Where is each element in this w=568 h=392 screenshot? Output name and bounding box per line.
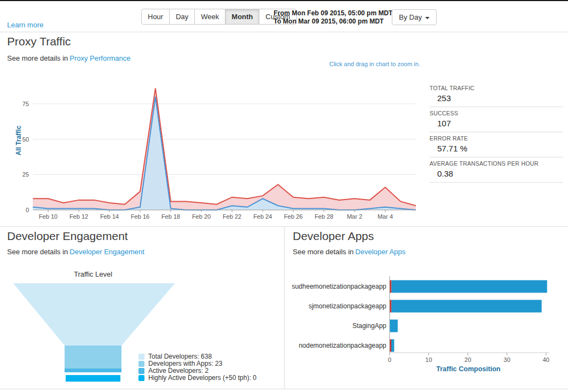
proxy-traffic-chart[interactable]: 0255075Feb 10Feb 12Feb 14Feb 16Feb 18Feb… bbox=[11, 73, 422, 222]
proxy-subtitle: See more details inProxy Performance bbox=[7, 54, 131, 62]
legend-swatch-icon bbox=[138, 375, 144, 381]
svg-text:40: 40 bbox=[543, 356, 549, 363]
svg-text:Feb 22: Feb 22 bbox=[223, 213, 241, 220]
stat-label: ERROR RATE bbox=[430, 135, 563, 142]
svg-text:Mar 2: Mar 2 bbox=[347, 213, 362, 220]
date-range: From Mon Feb 09 2015, 05:00 pm MDT To Mo… bbox=[274, 9, 392, 26]
by-day-dropdown[interactable]: By Day bbox=[392, 9, 437, 25]
svg-text:Feb 28: Feb 28 bbox=[315, 213, 333, 220]
date-from: From Mon Feb 09 2015, 05:00 pm MDT bbox=[274, 9, 392, 17]
range-hour-button[interactable]: Hour bbox=[141, 9, 170, 25]
range-week-button[interactable]: Week bbox=[194, 9, 225, 25]
stat-avg-tph: AVERAGE TRANSACTIONS PER HOUR 0.38 bbox=[430, 157, 563, 183]
by-day-label: By Day bbox=[399, 13, 422, 21]
legend-item: Highly Active Developers (+50 tph): 0 bbox=[138, 375, 257, 382]
stat-value: 253 bbox=[437, 93, 563, 103]
caret-down-icon bbox=[425, 17, 430, 19]
engagement-subtitle: See more details inDeveloper Engagement bbox=[7, 248, 144, 256]
range-day-button[interactable]: Day bbox=[169, 9, 195, 25]
stat-label: AVERAGE TRANSACTIONS PER HOUR bbox=[430, 160, 563, 167]
svg-text:Feb 20: Feb 20 bbox=[192, 213, 211, 220]
svg-text:20: 20 bbox=[465, 356, 471, 363]
developer-engagement-title: Developer Engagement bbox=[7, 230, 128, 243]
date-to: To Mon Mar 09 2015, 06:00 pm MDT bbox=[274, 17, 392, 26]
svg-text:0: 0 bbox=[26, 207, 29, 213]
svg-text:Mar 4: Mar 4 bbox=[378, 213, 393, 220]
stat-value: 0.38 bbox=[437, 169, 563, 178]
legend-swatch-icon bbox=[138, 354, 144, 360]
svg-text:Feb 18: Feb 18 bbox=[161, 213, 180, 220]
svg-text:Feb 26: Feb 26 bbox=[284, 213, 303, 220]
svg-text:Feb 14: Feb 14 bbox=[100, 213, 119, 220]
svg-text:0: 0 bbox=[388, 356, 391, 363]
svg-text:Feb 24: Feb 24 bbox=[253, 213, 272, 220]
svg-text:30: 30 bbox=[503, 356, 510, 363]
bottom-divider bbox=[0, 389, 568, 389]
learn-more-link[interactable]: Learn more bbox=[7, 21, 43, 29]
analytics-dashboard: Learn more Hour Day Week Month Custom Fr… bbox=[0, 0, 568, 392]
proxy-subtitle-text: See more details in bbox=[7, 54, 68, 62]
stat-label: TOTAL TRAFFIC bbox=[430, 85, 563, 91]
developer-apps-link[interactable]: Developer Apps bbox=[355, 248, 405, 256]
legend-label: Highly Active Developers (+50 tph): 0 bbox=[148, 375, 257, 382]
funnel-chart-title: Traffic Level bbox=[33, 270, 153, 278]
developer-engagement-link[interactable]: Developer Engagement bbox=[69, 248, 144, 256]
legend-swatch-icon bbox=[138, 361, 144, 367]
stat-value: 107 bbox=[437, 119, 563, 128]
svg-text:10: 10 bbox=[425, 356, 432, 363]
stat-total-traffic: TOTAL TRAFFIC 253 bbox=[430, 82, 563, 107]
svg-text:Traffic Composition: Traffic Composition bbox=[436, 365, 500, 373]
svg-text:75: 75 bbox=[22, 101, 29, 107]
developer-apps-title: Developer Apps bbox=[293, 230, 374, 243]
legend-swatch-icon bbox=[138, 368, 144, 374]
svg-text:nodemonetizationpackageapp: nodemonetizationpackageapp bbox=[299, 342, 386, 349]
apps-subtitle-text: See more details in bbox=[293, 248, 353, 256]
svg-text:Feb 16: Feb 16 bbox=[131, 213, 149, 220]
svg-text:sudheemonetizationpackageapp: sudheemonetizationpackageapp bbox=[292, 283, 386, 290]
stat-success: SUCCESS 107 bbox=[430, 107, 563, 132]
zoom-hint: Click and drag in chart to zoom in. bbox=[262, 61, 420, 67]
proxy-stats-panel: TOTAL TRAFFIC 253 SUCCESS 107 ERROR RATE… bbox=[430, 82, 563, 183]
svg-text:25: 25 bbox=[22, 171, 29, 178]
svg-text:StagingApp: StagingApp bbox=[352, 322, 386, 330]
stat-value: 57.71 % bbox=[437, 144, 563, 153]
topbar-divider bbox=[0, 32, 568, 32]
stat-error-rate: ERROR RATE 57.71 % bbox=[430, 132, 563, 157]
svg-text:Feb 10: Feb 10 bbox=[39, 213, 57, 220]
top-border bbox=[0, 0, 568, 1]
proxy-performance-link[interactable]: Proxy Performance bbox=[69, 54, 130, 62]
proxy-traffic-title: Proxy Traffic bbox=[7, 35, 71, 48]
range-month-button[interactable]: Month bbox=[225, 9, 259, 25]
apps-subtitle: See more details inDeveloper Apps bbox=[293, 248, 405, 256]
column-divider bbox=[284, 227, 285, 389]
stat-label: SUCCESS bbox=[430, 110, 563, 116]
svg-text:Feb 12: Feb 12 bbox=[69, 213, 88, 220]
svg-text:sjmonetizationpackageapp: sjmonetizationpackageapp bbox=[309, 302, 386, 310]
svg-text:50: 50 bbox=[22, 136, 29, 143]
funnel-legend: Total Developers: 638Developers with App… bbox=[138, 353, 257, 382]
developer-apps-bar-chart: 010203040sudheemonetizationpackageappsjm… bbox=[289, 275, 566, 375]
engagement-subtitle-text: See more details in bbox=[7, 248, 68, 256]
